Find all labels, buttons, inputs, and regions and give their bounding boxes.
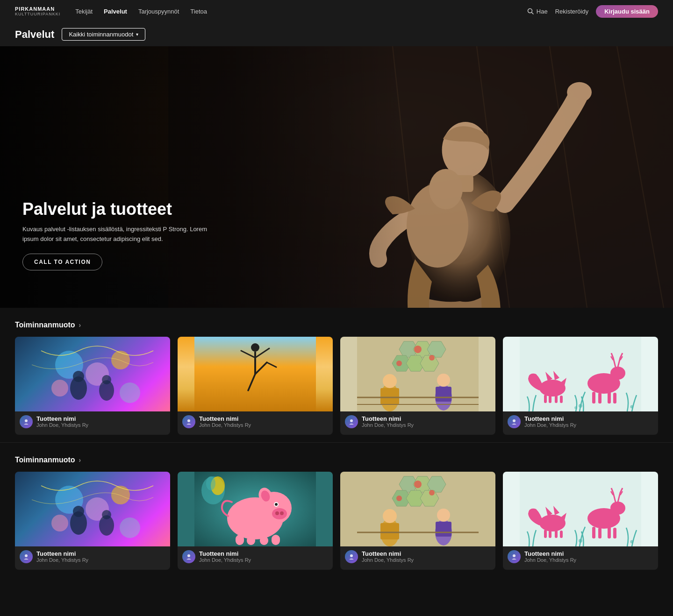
svg-point-84 — [280, 511, 284, 515]
nav-link-tekijat[interactable]: Tekijät — [75, 6, 93, 17]
card-2-3[interactable]: Tuotteen nimi John Doe, Yhdistys Ry — [340, 472, 495, 570]
section-1-label: Toiminnanmuoto — [15, 321, 75, 329]
card-1-1-avatar — [20, 415, 33, 428]
main-nav: PIRKANMAAN KULTTUURIPANKKI Tekijät Palve… — [0, 0, 673, 22]
page-header: Palvelut Kaikki toiminnanmuodot ▾ — [0, 22, 673, 46]
card-1-4-meta: Tuotteen nimi John Doe, Yhdistys Ry — [503, 411, 658, 433]
nav-link-palvelut[interactable]: Palvelut — [104, 6, 127, 17]
svg-point-53 — [610, 367, 625, 380]
hero-subtext: Kuvaus palvelut -listauksen sisällöstä, … — [22, 225, 219, 244]
card-1-1-author: John Doe, Yhdistys Ry — [36, 422, 165, 428]
svg-rect-127 — [555, 530, 558, 538]
hero-heading: Palvelut ja tuotteet — [22, 199, 219, 219]
card-1-1-name: Tuotteen nimi — [36, 415, 165, 422]
card-2-2-avatar — [182, 550, 195, 563]
card-1-2-image — [178, 337, 333, 411]
filter-dropdown[interactable]: Kaikki toiminnanmuodot ▾ — [62, 28, 145, 41]
section-1-header[interactable]: Toiminnanmuoto › — [15, 321, 658, 329]
search-icon — [527, 8, 534, 14]
svg-point-96 — [187, 554, 190, 557]
brand-logo[interactable]: PIRKANMAAN KULTTUURIPANKKI — [15, 6, 60, 16]
card-1-2-avatar — [182, 415, 195, 428]
card-2-1-image — [15, 472, 170, 546]
svg-point-19 — [73, 371, 84, 382]
card-2-1-meta: Tuotteen nimi John Doe, Yhdistys Ry — [15, 546, 170, 568]
svg-point-77 — [102, 510, 111, 519]
svg-rect-128 — [560, 531, 563, 538]
card-1-1[interactable]: Tuotteen nimi John Doe, Yhdistys Ry — [15, 337, 170, 435]
svg-rect-121 — [613, 528, 616, 538]
card-2-1-avatar — [20, 550, 33, 563]
card-2-2-info: Tuotteen nimi John Doe, Yhdistys Ry — [199, 550, 328, 563]
card-1-4-image — [503, 337, 658, 411]
svg-point-50 — [350, 419, 353, 422]
svg-rect-92 — [272, 535, 280, 545]
svg-rect-54 — [592, 392, 595, 404]
login-button[interactable]: Kirjaudu sisään — [596, 5, 658, 18]
card-2-1-author: John Doe, Yhdistys Ry — [36, 557, 165, 563]
svg-point-71 — [111, 486, 130, 504]
svg-point-117 — [610, 502, 625, 515]
svg-point-65 — [579, 404, 582, 408]
svg-point-17 — [120, 382, 140, 403]
svg-rect-55 — [598, 393, 601, 404]
svg-rect-112 — [436, 522, 451, 537]
card-1-2[interactable]: Tuotteen nimi John Doe, Yhdistys Ry — [178, 337, 333, 435]
card-1-3-avatar — [345, 415, 358, 428]
svg-point-16 — [51, 380, 68, 397]
section-2: Toiminnanmuoto › — [0, 442, 673, 577]
hero-cta-button[interactable]: CALL TO ACTION — [22, 254, 102, 270]
card-1-3[interactable]: Tuotteen nimi John Doe, Yhdistys Ry — [340, 337, 495, 435]
search-label: Hae — [537, 8, 548, 15]
card-1-1-image — [15, 337, 170, 411]
brand-name-bottom: KULTTUURIPANKKI — [15, 12, 60, 16]
svg-rect-109 — [380, 523, 399, 539]
card-1-4-info: Tuotteen nimi John Doe, Yhdistys Ry — [524, 415, 653, 428]
card-1-3-info: Tuotteen nimi John Doe, Yhdistys Ry — [362, 415, 491, 428]
svg-point-41 — [429, 355, 435, 361]
card-2-1-info: Tuotteen nimi John Doe, Yhdistys Ry — [36, 550, 165, 563]
svg-point-114 — [350, 554, 353, 557]
card-2-4[interactable]: Tuotteen nimi John Doe, Yhdistys Ry — [503, 472, 658, 570]
nav-right: Hae Rekisteröidy Kirjaudu sisään — [527, 5, 658, 18]
card-2-4-info: Tuotteen nimi John Doe, Yhdistys Ry — [524, 550, 653, 563]
svg-point-75 — [73, 506, 84, 517]
card-1-2-meta: Tuotteen nimi John Doe, Yhdistys Ry — [178, 411, 333, 433]
card-1-4-author: John Doe, Yhdistys Ry — [524, 422, 653, 428]
section-2-label: Toiminnanmuoto — [15, 456, 75, 464]
nav-link-tarjouspyynnot[interactable]: Tarjouspyynnöt — [138, 6, 179, 17]
svg-point-39 — [414, 346, 422, 353]
section-2-arrow-icon: › — [79, 456, 81, 464]
nav-links: Tekijät Palvelut Tarjouspyynnöt Tietoa — [75, 6, 527, 17]
svg-point-111 — [437, 509, 450, 522]
register-link[interactable]: Rekisteröidy — [555, 8, 589, 15]
card-2-4-meta: Tuotteen nimi John Doe, Yhdistys Ry — [503, 546, 658, 568]
card-1-4[interactable]: Tuotteen nimi John Doe, Yhdistys Ry — [503, 337, 658, 435]
svg-point-68 — [513, 419, 515, 422]
section-2-cards: Tuotteen nimi John Doe, Yhdistys Ry — [15, 472, 658, 570]
card-2-2[interactable]: Tuotteen nimi John Doe, Yhdistys Ry — [178, 472, 333, 570]
svg-rect-125 — [544, 530, 547, 538]
svg-point-106 — [429, 490, 435, 496]
card-2-1-name: Tuotteen nimi — [36, 550, 165, 557]
search-button[interactable]: Hae — [527, 8, 548, 15]
hero-content: Palvelut ja tuotteet Kuvaus palvelut -li… — [22, 199, 219, 270]
svg-rect-118 — [592, 527, 595, 538]
section-1-arrow-icon: › — [79, 321, 81, 329]
card-1-3-image — [340, 337, 495, 411]
svg-point-129 — [579, 539, 582, 543]
card-2-4-image — [503, 472, 658, 546]
svg-rect-126 — [549, 531, 551, 538]
svg-rect-89 — [236, 535, 244, 545]
svg-rect-44 — [380, 388, 399, 404]
nav-link-tietoa[interactable]: Tietoa — [190, 6, 207, 17]
svg-point-108 — [383, 509, 397, 523]
svg-rect-61 — [544, 395, 547, 403]
svg-point-22 — [25, 419, 28, 422]
card-2-3-info: Tuotteen nimi John Doe, Yhdistys Ry — [362, 550, 491, 563]
svg-rect-90 — [247, 536, 255, 545]
card-2-2-meta: Tuotteen nimi John Doe, Yhdistys Ry — [178, 546, 333, 568]
card-2-4-avatar — [508, 550, 521, 563]
section-2-header[interactable]: Toiminnanmuoto › — [15, 456, 658, 464]
card-2-1[interactable]: Tuotteen nimi John Doe, Yhdistys Ry — [15, 472, 170, 570]
